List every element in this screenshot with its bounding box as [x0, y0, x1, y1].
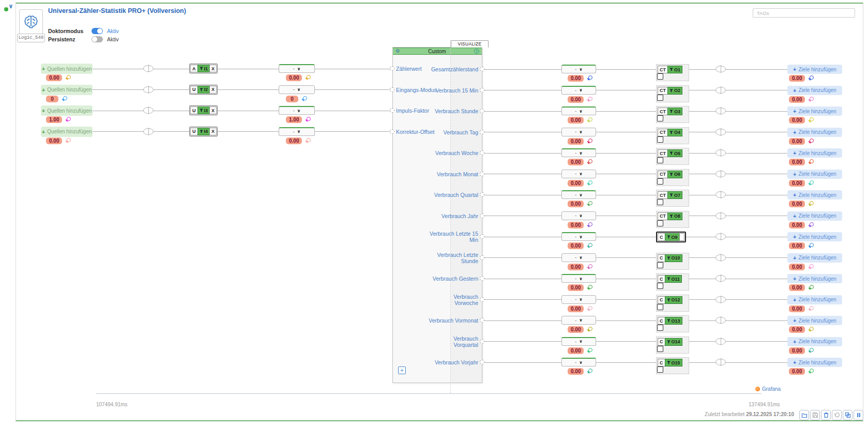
magnifier-icon[interactable] [587, 243, 592, 249]
output-mode-toggle[interactable]: CT [658, 87, 668, 95]
output-checkbox[interactable] [657, 178, 663, 185]
output-mode-toggle[interactable]: CT [658, 149, 668, 157]
output-select[interactable]: - ∨ [561, 253, 596, 262]
magnifier-icon[interactable] [808, 243, 814, 249]
block-output-port[interactable] [480, 297, 484, 302]
block-output-port[interactable] [480, 67, 484, 71]
block-output-port[interactable] [480, 192, 484, 197]
add-targets-button[interactable]: + Ziele hinzufügen [787, 190, 842, 200]
output-select[interactable]: - ∨ [561, 316, 596, 325]
output-checkbox[interactable] [657, 115, 663, 121]
magnifier-icon[interactable] [587, 264, 592, 270]
add-targets-button[interactable]: + Ziele hinzufügen [787, 211, 842, 221]
add-targets-button[interactable]: + Ziele hinzufügen [787, 170, 842, 179]
output-port[interactable]: O2 [667, 87, 682, 95]
magnifier-icon[interactable] [808, 327, 814, 332]
add-targets-button[interactable]: + Ziele hinzufügen [787, 358, 842, 367]
magnifier-icon[interactable] [808, 201, 814, 207]
block-output-port[interactable] [480, 339, 484, 344]
output-port[interactable]: O4 [667, 129, 682, 136]
output-port[interactable]: O1 [667, 66, 682, 73]
output-port[interactable]: O5 [667, 149, 682, 157]
magnifier-icon[interactable] [808, 139, 814, 144]
output-mode-toggle[interactable]: CT [658, 191, 668, 199]
magnifier-icon[interactable] [808, 180, 814, 186]
add-targets-button[interactable]: + Ziele hinzufügen [787, 106, 842, 116]
block-output-port[interactable] [480, 360, 484, 364]
output-mode-toggle[interactable]: CT [658, 66, 668, 73]
block-output-port[interactable] [480, 88, 484, 93]
magnifier-icon[interactable] [808, 222, 814, 228]
output-select[interactable]: - ∨ [561, 358, 596, 366]
output-extra-segment[interactable] [679, 233, 684, 241]
output-mode-toggle[interactable]: C [658, 254, 665, 262]
add-targets-button[interactable]: + Ziele hinzufügen [787, 295, 842, 304]
output-port[interactable]: O9 [665, 233, 680, 241]
magnifier-icon[interactable] [808, 285, 814, 291]
magnifier-icon[interactable] [808, 348, 814, 354]
output-port[interactable]: O10 [665, 254, 682, 262]
magnifier-icon[interactable] [587, 306, 592, 312]
output-select[interactable]: - ∨ [561, 170, 596, 178]
magnifier-icon[interactable] [587, 75, 592, 81]
block-output-port[interactable] [480, 234, 484, 239]
add-targets-button[interactable]: + Ziele hinzufügen [787, 316, 842, 325]
output-select[interactable]: - ∨ [561, 190, 596, 199]
output-checkbox[interactable] [657, 95, 663, 101]
output-mode-toggle[interactable]: C [658, 275, 665, 283]
magnifier-icon[interactable] [587, 222, 592, 228]
output-port[interactable]: O15 [665, 359, 682, 366]
magnifier-icon[interactable] [587, 117, 592, 123]
output-checkbox[interactable] [657, 136, 663, 143]
output-port[interactable]: O13 [665, 317, 682, 325]
block-output-port[interactable] [480, 318, 484, 323]
output-checkbox[interactable] [657, 157, 663, 163]
block-output-port[interactable] [480, 109, 484, 113]
magnifier-icon[interactable] [587, 159, 592, 165]
output-checkbox[interactable] [657, 325, 663, 331]
output-mode-toggle[interactable]: C [658, 296, 665, 304]
block-output-port[interactable] [480, 276, 484, 281]
add-targets-button[interactable]: + Ziele hinzufügen [787, 253, 842, 263]
output-mode-toggle[interactable]: C [658, 233, 665, 241]
magnifier-icon[interactable] [587, 327, 592, 332]
output-checkbox[interactable] [657, 283, 663, 289]
magnifier-icon[interactable] [808, 75, 814, 81]
magnifier-icon[interactable] [808, 117, 814, 123]
output-port[interactable]: O8 [667, 212, 682, 220]
output-mode-toggle[interactable]: CT [658, 129, 668, 136]
output-checkbox[interactable] [657, 199, 663, 205]
block-output-port[interactable] [480, 172, 484, 176]
chevron-down-icon[interactable]: ∨ [8, 3, 13, 10]
output-mode-toggle[interactable]: C [658, 359, 665, 366]
magnifier-icon[interactable] [808, 369, 814, 374]
output-mode-toggle[interactable]: CT [658, 212, 668, 220]
output-select[interactable]: - ∨ [561, 148, 596, 157]
output-mode-toggle[interactable]: CT [658, 171, 668, 178]
block-output-port[interactable] [480, 255, 484, 260]
add-targets-button[interactable]: + Ziele hinzufügen [787, 128, 842, 137]
output-port[interactable]: O6 [667, 171, 682, 178]
output-port[interactable]: O7 [667, 191, 682, 199]
magnifier-icon[interactable] [587, 180, 592, 186]
output-select[interactable]: - ∨ [561, 274, 596, 283]
add-targets-button[interactable]: + Ziele hinzufügen [787, 337, 842, 346]
output-checkbox[interactable] [657, 346, 663, 352]
output-port[interactable]: O14 [665, 338, 682, 346]
output-select[interactable]: - ∨ [561, 232, 596, 241]
output-port[interactable]: O3 [667, 108, 682, 115]
output-checkbox[interactable] [657, 220, 663, 226]
output-checkbox[interactable] [657, 262, 663, 268]
output-select[interactable]: - ∨ [561, 337, 596, 346]
output-checkbox[interactable] [657, 73, 663, 80]
add-targets-button[interactable]: + Ziele hinzufügen [787, 65, 842, 74]
magnifier-icon[interactable] [808, 159, 814, 165]
magnifier-icon[interactable] [808, 97, 814, 102]
output-mode-toggle[interactable]: CT [658, 108, 668, 115]
magnifier-icon[interactable] [808, 264, 814, 270]
add-targets-button[interactable]: + Ziele hinzufügen [787, 232, 842, 241]
magnifier-icon[interactable] [587, 348, 592, 354]
output-select[interactable]: - ∨ [561, 65, 596, 73]
output-checkbox[interactable] [657, 366, 663, 373]
magnifier-icon[interactable] [587, 285, 592, 291]
